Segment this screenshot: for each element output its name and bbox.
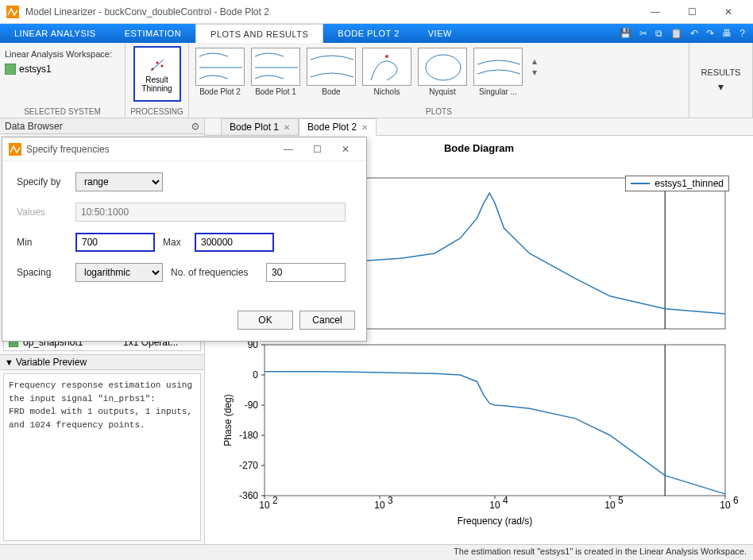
plot-card[interactable]: Bode <box>305 48 357 96</box>
min-input[interactable] <box>75 233 155 252</box>
tab-bode-plot-2[interactable]: BODE PLOT 2 <box>323 24 413 43</box>
close-button[interactable]: ✕ <box>710 0 747 24</box>
quick-access-toolbar: 💾 ✂ ⧉ 📋 ↶ ↷ 🖶 ? <box>612 24 753 43</box>
group-label-plots: PLOTS <box>189 107 689 116</box>
tab-plots-and-results[interactable]: PLOTS AND RESULTS <box>195 24 323 43</box>
plot-card[interactable]: Bode Plot 2 <box>194 48 246 96</box>
svg-text:5: 5 <box>618 495 624 506</box>
results-dropdown-icon[interactable]: ▾ <box>718 80 724 93</box>
nfreq-label: No. of frequencies <box>171 267 258 278</box>
min-label: Min <box>17 237 68 248</box>
spacing-label: Spacing <box>17 267 68 278</box>
svg-text:2: 2 <box>272 495 278 506</box>
system-icon <box>5 64 16 75</box>
window-title: Model Linearizer - buckConv_doubleContro… <box>25 6 637 17</box>
plot-gallery-more[interactable]: ▴▾ <box>527 48 542 86</box>
result-thinning-button[interactable]: Result Thinning <box>133 46 181 102</box>
svg-text:Phase (deg): Phase (deg) <box>222 394 234 446</box>
chart-legend: estsys1_thinned <box>625 176 729 191</box>
help-icon[interactable]: ? <box>739 28 745 39</box>
dialog-icon <box>9 143 21 156</box>
svg-text:10: 10 <box>604 500 616 511</box>
selected-system-label: Linear Analysis Workspace: <box>5 49 120 59</box>
svg-text:6: 6 <box>733 495 739 506</box>
group-label-processing: PROCESSING <box>126 107 188 116</box>
svg-point-6 <box>426 55 461 80</box>
svg-text:10: 10 <box>374 500 385 511</box>
svg-text:-90: -90 <box>245 400 259 411</box>
dialog-maximize-button[interactable]: ☐ <box>303 144 331 155</box>
tab-view[interactable]: VIEW <box>414 24 466 43</box>
svg-point-3 <box>156 62 158 64</box>
ok-button[interactable]: OK <box>237 311 293 330</box>
doc-tab-bode-plot-2[interactable]: Bode Plot 2✕ <box>299 118 376 136</box>
results-label[interactable]: RESULTS <box>701 68 741 77</box>
data-browser-header: Data Browser ⊙ <box>0 118 204 134</box>
doc-tab-bode-plot-1[interactable]: Bode Plot 1✕ <box>221 118 299 136</box>
svg-point-5 <box>385 55 388 58</box>
group-label-selected-system: SELECTED SYSTEM <box>0 107 125 116</box>
data-browser-options-icon[interactable]: ⊙ <box>191 121 199 132</box>
max-input[interactable] <box>195 233 274 252</box>
svg-text:-180: -180 <box>239 430 258 441</box>
values-label: Values <box>17 207 68 218</box>
document-tabs: Bode Plot 1✕ Bode Plot 2✕ <box>205 118 753 136</box>
maximize-button[interactable]: ☐ <box>674 0 710 24</box>
cancel-button[interactable]: Cancel <box>299 311 355 330</box>
svg-text:10: 10 <box>489 500 500 511</box>
thinning-icon <box>148 55 167 74</box>
dialog-close-button[interactable]: ✕ <box>331 144 360 155</box>
cut-icon[interactable]: ✂ <box>639 28 647 39</box>
ribbon-group-selected-system: Linear Analysis Workspace: estsys1 SELEC… <box>0 43 126 118</box>
ribbon-group-results: RESULTS ▾ <box>689 43 753 118</box>
svg-text:10: 10 <box>259 500 270 511</box>
spacing-select[interactable]: logarithmic <box>75 263 163 282</box>
dialog-minimize-button[interactable]: — <box>274 144 303 155</box>
svg-rect-1 <box>5 64 16 75</box>
tab-estimation[interactable]: ESTIMATION <box>110 24 195 43</box>
undo-icon[interactable]: ↶ <box>690 28 698 39</box>
variable-preview-header: ▼ Variable Preview <box>0 354 204 370</box>
copy-icon[interactable]: ⧉ <box>655 28 662 39</box>
svg-text:Frequency  (rad/s): Frequency (rad/s) <box>458 516 533 527</box>
svg-text:4: 4 <box>503 495 508 506</box>
ribbon-body: Linear Analysis Workspace: estsys1 SELEC… <box>0 43 753 118</box>
plot-card[interactable]: Nichols <box>361 48 413 96</box>
svg-text:3: 3 <box>388 495 393 506</box>
ribbon-group-plots: Bode Plot 2Bode Plot 1BodeNicholsNyquist… <box>189 43 689 118</box>
title-bar: Model Linearizer - buckConv_doubleContro… <box>0 0 753 24</box>
max-label: Max <box>163 237 187 248</box>
variable-preview-body: Frequency response estimation using the … <box>3 373 201 541</box>
selected-system-value[interactable]: estsys1 <box>19 64 52 75</box>
close-tab-icon[interactable]: ✕ <box>361 123 368 132</box>
plot-card[interactable]: Bode Plot 1 <box>249 48 302 96</box>
save-icon[interactable]: 💾 <box>620 28 631 39</box>
tab-linear-analysis[interactable]: LINEAR ANALYSIS <box>0 24 110 43</box>
close-tab-icon[interactable]: ✕ <box>284 123 290 132</box>
svg-text:0: 0 <box>253 369 258 380</box>
ribbon-tab-strip: LINEAR ANALYSIS ESTIMATION PLOTS AND RES… <box>0 24 753 43</box>
plot-card[interactable]: Nyquist <box>416 48 469 96</box>
svg-text:-360: -360 <box>239 490 258 501</box>
app-icon <box>6 6 19 18</box>
paste-icon[interactable]: 📋 <box>670 28 682 39</box>
nfreq-input[interactable] <box>266 263 346 282</box>
specify-by-select[interactable]: range <box>75 172 163 191</box>
specify-by-label: Specify by <box>17 176 68 187</box>
specify-frequencies-dialog: Specify frequencies — ☐ ✕ Specify by ran… <box>2 137 367 342</box>
status-bar: The estimation result "estsys1" is creat… <box>0 544 753 560</box>
svg-text:-270: -270 <box>239 460 258 471</box>
minimize-button[interactable]: — <box>637 0 674 24</box>
svg-point-4 <box>160 65 163 68</box>
print-icon[interactable]: 🖶 <box>722 28 732 39</box>
plot-card[interactable]: Singular ... <box>472 48 524 96</box>
dialog-title: Specify frequencies <box>26 144 274 155</box>
values-input <box>75 203 346 222</box>
redo-icon[interactable]: ↷ <box>706 28 714 39</box>
svg-text:10: 10 <box>720 500 731 511</box>
svg-rect-22 <box>265 345 725 496</box>
ribbon-group-processing: Result Thinning PROCESSING <box>126 43 189 118</box>
